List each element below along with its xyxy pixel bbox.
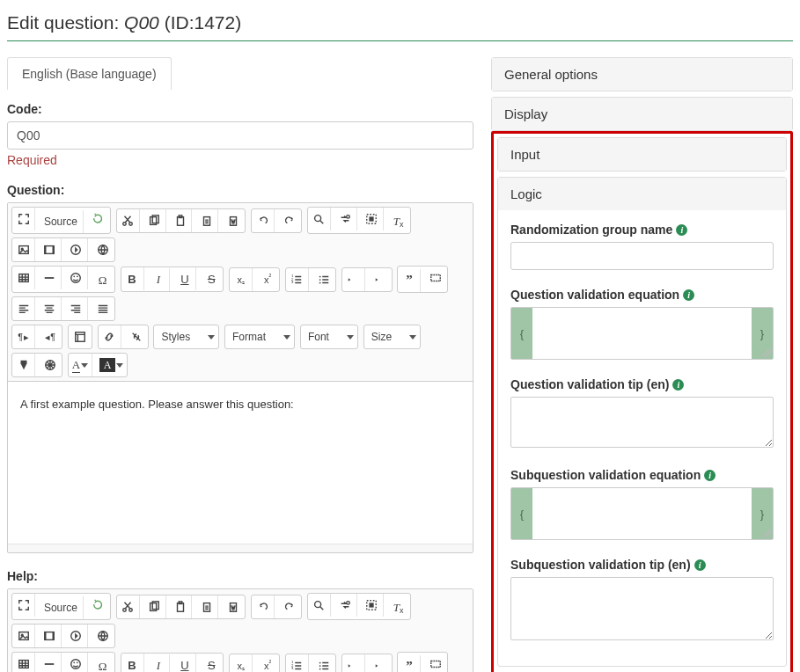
paste-word-icon[interactable] [222,595,245,618]
superscript-icon[interactable]: x² [256,268,279,291]
copy-icon[interactable] [143,595,166,618]
iframe-icon[interactable] [92,238,114,261]
flash-icon[interactable] [65,238,88,261]
find-icon[interactable] [308,208,331,230]
replace-icon[interactable] [334,594,357,617]
creatediv-icon[interactable] [424,267,447,289]
font-select[interactable]: Font [301,325,357,348]
panel-input-header[interactable]: Input [498,138,786,171]
link-icon[interactable] [99,325,121,348]
lime-replace-icon[interactable] [87,208,110,230]
info-icon[interactable]: i [672,379,684,391]
paste-word-icon[interactable] [222,209,245,232]
creatediv-icon[interactable] [424,653,447,672]
paste-text-icon[interactable] [195,595,218,618]
bold-icon[interactable]: B [121,654,144,672]
undo-icon[interactable] [252,209,275,232]
blockquote-icon[interactable]: ” [398,269,421,292]
superscript-icon[interactable]: x² [256,654,279,673]
removeformat-icon[interactable]: Tx [387,210,410,233]
strike-icon[interactable]: S [200,654,223,672]
hr-icon[interactable] [39,653,62,672]
paste-icon[interactable] [169,595,192,618]
undo-icon[interactable] [252,595,275,618]
outdent-icon[interactable] [342,654,365,673]
redo-icon[interactable] [278,595,301,618]
tab-language-english[interactable]: English (Base language) [7,57,172,90]
styles-select[interactable]: Styles [154,325,218,348]
italic-icon[interactable]: I [147,654,170,672]
cut-icon[interactable] [117,595,140,618]
anchor-icon[interactable] [12,354,35,376]
paste-icon[interactable] [169,209,192,232]
find-icon[interactable] [308,594,331,617]
specialchar-icon[interactable]: Ω [92,269,114,292]
copy-icon[interactable] [143,209,166,232]
question-editor-body[interactable]: A first example question. Please answer … [8,382,473,544]
numlist-icon[interactable]: 123 [286,654,309,673]
unlink-icon[interactable] [125,325,148,348]
flash-icon[interactable] [65,625,88,647]
selectall-icon[interactable] [361,594,384,617]
panel-logic-header[interactable]: Logic [498,178,786,210]
numlist-icon[interactable]: 123 [286,268,309,291]
textcolor-icon[interactable]: A [69,354,92,376]
templates-icon[interactable] [69,325,92,348]
video-icon[interactable] [39,238,62,261]
emoji-icon[interactable] [65,653,88,672]
strike-icon[interactable]: S [200,267,223,290]
image-icon[interactable] [12,238,35,261]
pagebreak-icon[interactable] [39,354,62,376]
cut-icon[interactable] [117,209,140,232]
underline-icon[interactable]: U [173,267,196,290]
alignleft-icon[interactable] [12,297,35,320]
info-icon[interactable]: i [704,470,716,481]
indent-icon[interactable] [369,268,392,291]
emoji-icon[interactable] [65,267,88,289]
subscript-icon[interactable]: x₂ [230,268,253,291]
paste-text-icon[interactable] [195,209,218,232]
blockquote-icon[interactable]: ” [398,655,421,672]
bgcolor-icon[interactable]: A [96,354,127,376]
info-icon[interactable]: i [694,559,706,571]
code-input[interactable] [7,121,473,150]
replace-icon[interactable] [334,208,357,230]
source-button[interactable]: Source [39,596,84,619]
rtl-icon[interactable]: ◂ ¶ [39,325,62,348]
sq-valid-eq-input[interactable] [532,488,752,539]
q-valid-tip-input[interactable] [510,397,774,448]
underline-icon[interactable]: U [173,654,196,672]
indent-icon[interactable] [369,654,392,673]
removeformat-icon[interactable]: Tx [387,596,410,619]
sq-valid-tip-input[interactable] [510,577,774,640]
image-icon[interactable] [12,625,35,647]
table-icon[interactable] [12,267,35,289]
subscript-icon[interactable]: x₂ [230,654,253,673]
bullist-icon[interactable] [312,654,335,673]
lime-replace-icon[interactable] [87,594,110,617]
alignright-icon[interactable] [65,297,88,320]
video-icon[interactable] [39,625,62,647]
rand-group-input[interactable] [510,242,774,270]
iframe-icon[interactable] [92,625,114,647]
italic-icon[interactable]: I [147,268,170,291]
info-icon[interactable]: i [676,224,687,236]
alignjustify-icon[interactable] [92,297,114,320]
editor-resize-handle[interactable] [8,544,473,552]
ltr-icon[interactable]: ¶ ▸ [12,325,35,348]
maximize-icon[interactable] [12,594,35,617]
bullist-icon[interactable] [312,268,335,291]
aligncenter-icon[interactable] [39,297,62,320]
bold-icon[interactable]: B [121,267,144,290]
table-icon[interactable] [12,653,35,672]
q-valid-eq-input[interactable] [532,308,752,359]
outdent-icon[interactable] [342,268,365,291]
specialchar-icon[interactable]: Ω [92,655,114,672]
panel-display-header[interactable]: Display [492,98,792,130]
selectall-icon[interactable] [361,208,384,230]
maximize-icon[interactable] [12,208,35,230]
source-button[interactable]: Source [39,210,84,233]
redo-icon[interactable] [278,209,301,232]
hr-icon[interactable] [39,267,62,289]
size-select[interactable]: Size [364,325,420,348]
